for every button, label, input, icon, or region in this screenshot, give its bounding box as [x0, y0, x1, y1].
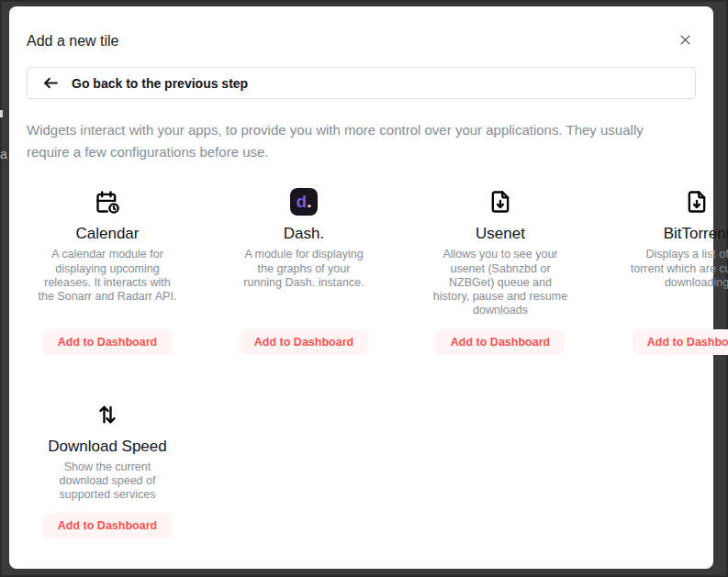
tile-description: Show the current download speed of suppo… [27, 460, 188, 503]
backdrop-artifact [0, 110, 3, 117]
tile-title: Download Speed [48, 438, 166, 456]
widget-tile: Download SpeedShow the current download … [27, 401, 188, 539]
left-arrow-icon [42, 74, 60, 92]
backdrop-peek-text: a [0, 147, 7, 161]
app-backdrop: a Add a new tile Go back to the previous… [0, 0, 728, 577]
modal-description: Widgets interact with your apps, to prov… [27, 119, 696, 162]
tile-title: Usenet [476, 225, 525, 243]
tile-title: Calendar [76, 225, 140, 243]
tile-description: Displays a list of the torrent which are… [616, 248, 728, 290]
add-to-dashboard-button[interactable]: Add to Dashboard [240, 329, 368, 355]
close-button[interactable] [674, 30, 696, 52]
go-back-label: Go back to the previous step [72, 76, 248, 91]
add-to-dashboard-button[interactable]: Add to Dashboard [633, 329, 728, 355]
modal-header: Add a new tile [27, 30, 696, 52]
widget-grid: CalendarA calendar module for displaying… [27, 188, 696, 538]
modal-title: Add a new tile [27, 33, 119, 50]
widget-tile: d.Dash.A module for displaying the graph… [223, 188, 385, 354]
add-to-dashboard-button[interactable]: Add to Dashboard [436, 329, 565, 355]
widget-tile: UsenetAllows you to see your usenet (Sab… [420, 188, 581, 354]
file-download-icon [487, 188, 513, 216]
add-to-dashboard-button[interactable]: Add to Dashboard [43, 329, 172, 355]
file-download-icon [684, 188, 710, 216]
go-back-button[interactable]: Go back to the previous step [27, 67, 696, 99]
tile-title: BitTorrent [664, 225, 728, 243]
tile-description: A calendar module for displaying upcomin… [27, 248, 188, 304]
dash-logo-letter: d [297, 193, 308, 210]
tile-description: A module for displaying the graphs of yo… [223, 248, 385, 290]
close-icon [678, 33, 692, 50]
calendar-clock-icon [95, 188, 120, 216]
arrows-up-down-icon [95, 401, 120, 428]
tile-description: Allows you to see your usenet (Sabnzbd o… [420, 248, 581, 317]
dash-logo-dot: . [307, 193, 311, 210]
add-tile-modal: Add a new tile Go back to the previous s… [9, 6, 713, 569]
dash-logo-icon: d. [290, 188, 318, 216]
widget-tile: CalendarA calendar module for displaying… [27, 188, 188, 354]
tile-title: Dash. [284, 225, 324, 243]
widget-tile: BitTorrentDisplays a list of the torrent… [616, 188, 728, 354]
add-to-dashboard-button[interactable]: Add to Dashboard [43, 513, 172, 538]
